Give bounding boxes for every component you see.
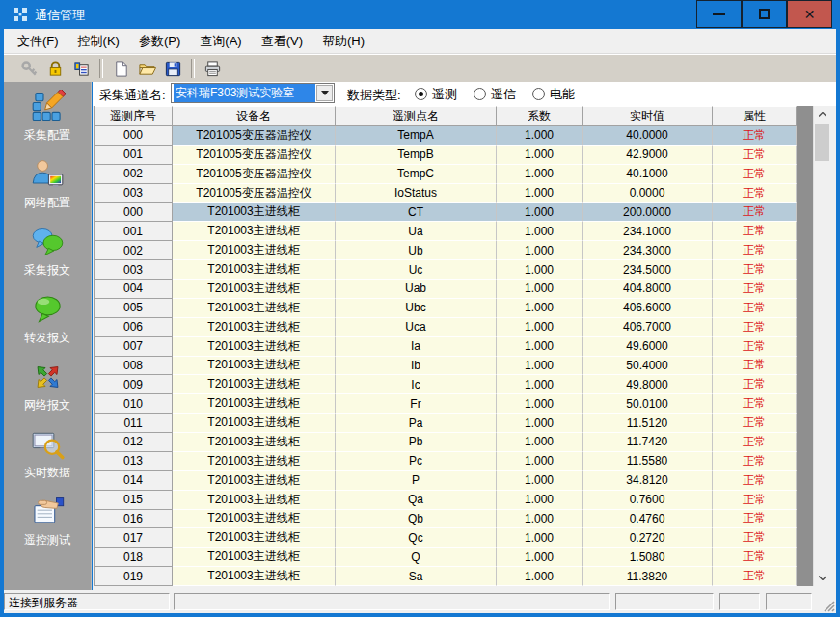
- sidebar-item-forward-message[interactable]: 转发报文: [4, 291, 91, 359]
- channel-combobox[interactable]: 安科瑞F303测试实验室: [171, 83, 335, 103]
- scroll-down-button[interactable]: [814, 570, 830, 586]
- cell-point: IoStatus: [336, 184, 497, 203]
- cell-device: T201003主进线柜: [173, 510, 336, 529]
- cell-value: 49.6000: [583, 337, 713, 357]
- close-button[interactable]: ✕: [787, 0, 832, 28]
- status-panel-2: [174, 593, 610, 610]
- scrollbar-thumb[interactable]: [815, 124, 829, 161]
- save-icon: [164, 60, 182, 78]
- key-button[interactable]: [16, 57, 42, 81]
- sidebar-item-label: 转发报文: [24, 330, 70, 346]
- sidebar-item-network-message[interactable]: 网络报文: [4, 359, 91, 426]
- table-row[interactable]: 011T201003主进线柜Pa1.00011.5120正常: [95, 414, 797, 433]
- sidebar-item-realtime-data[interactable]: 实时数据: [4, 426, 91, 494]
- column-header-3: 系数: [497, 106, 583, 126]
- print-button[interactable]: [200, 57, 226, 81]
- new-file-button[interactable]: [108, 57, 134, 81]
- cell-point: Fr: [336, 394, 497, 414]
- table-row[interactable]: 004T201003主进线柜Uab1.000404.8000正常: [95, 280, 797, 299]
- cell-device: T201003主进线柜: [173, 414, 336, 433]
- title-bar[interactable]: 通信管理 ✕: [0, 0, 840, 29]
- table-row[interactable]: 007T201003主进线柜Ia1.00049.6000正常: [95, 337, 797, 357]
- cell-point: Sa: [336, 567, 497, 586]
- table-row[interactable]: 005T201003主进线柜Ubc1.000406.6000正常: [95, 299, 797, 318]
- vertical-scrollbar[interactable]: [813, 106, 830, 586]
- cell-device: T201003主进线柜: [173, 241, 336, 260]
- sidebar-item-collect-message[interactable]: 采集报文: [4, 224, 91, 291]
- sidebar-item-remote-test[interactable]: 遥控测试: [4, 494, 91, 561]
- cell-attr: 正常: [713, 414, 797, 433]
- tag-icon: [72, 60, 91, 78]
- menu-item-params[interactable]: 参数(P): [129, 30, 190, 53]
- table-row[interactable]: 003T201005变压器温控仪IoStatus1.0000.0000正常: [95, 184, 797, 203]
- app-window: 通信管理 ✕ 文件(F)控制(K)参数(P)查询(A)查看(V)帮助(H) 采集…: [0, 0, 840, 617]
- cell-point: Pc: [336, 452, 497, 471]
- cell-device: T201003主进线柜: [173, 318, 336, 337]
- menu-item-help[interactable]: 帮助(H): [312, 30, 374, 53]
- menu-item-query[interactable]: 查询(A): [190, 30, 251, 53]
- table-row[interactable]: 002T201003主进线柜Ub1.000234.3000正常: [95, 241, 797, 260]
- save-button[interactable]: [160, 57, 186, 81]
- table-row[interactable]: 018T201003主进线柜Q1.0001.5080正常: [95, 548, 797, 567]
- table-row[interactable]: 006T201003主进线柜Uca1.000406.7000正常: [95, 318, 797, 337]
- chevron-down-icon: [819, 576, 826, 580]
- resize-grip[interactable]: [822, 599, 835, 612]
- cell-value: 49.8000: [583, 375, 713, 394]
- cell-coef: 1.000: [497, 222, 583, 241]
- table-row[interactable]: 000T201005变压器温控仪TempA1.00040.0000正常: [95, 126, 797, 146]
- menu-item-view[interactable]: 查看(V): [252, 30, 312, 53]
- cell-device: T201003主进线柜: [173, 394, 336, 414]
- radio-signal[interactable]: 遥信: [474, 86, 516, 103]
- cell-seq: 001: [95, 146, 173, 165]
- menu-item-file[interactable]: 文件(F): [8, 30, 68, 53]
- table-row[interactable]: 000T201003主进线柜CT1.000200.0000正常: [95, 203, 797, 223]
- sidebar-item-network-config[interactable]: 网络配置: [4, 156, 91, 224]
- column-header-2: 遥测点名: [336, 106, 497, 126]
- radio-telemetry[interactable]: 遥测: [415, 86, 457, 103]
- cell-attr: 正常: [713, 337, 797, 357]
- cell-coef: 1.000: [497, 337, 583, 357]
- sidebar-item-collect-config[interactable]: 采集配置: [4, 89, 91, 156]
- table-row[interactable]: 016T201003主进线柜Qb1.0000.4760正常: [95, 510, 797, 529]
- scroll-up-button[interactable]: [814, 106, 830, 122]
- sidebar-item-label: 实时数据: [24, 465, 70, 481]
- menu-item-control[interactable]: 控制(K): [68, 30, 129, 53]
- table-row[interactable]: 010T201003主进线柜Fr1.00050.0100正常: [95, 394, 797, 414]
- table-row[interactable]: 012T201003主进线柜Pb1.00011.7420正常: [95, 433, 797, 452]
- cell-value: 200.0000: [583, 203, 713, 223]
- collect-message-icon: [28, 224, 67, 260]
- table-header-row: 遥测序号设备名遥测点名系数实时值属性: [95, 106, 797, 126]
- cell-seq: 016: [95, 510, 173, 529]
- cell-seq: 006: [95, 318, 173, 337]
- table-row[interactable]: 002T201005变压器温控仪TempC1.00040.1000正常: [95, 165, 797, 184]
- open-folder-button[interactable]: [134, 57, 160, 81]
- combo-dropdown-button[interactable]: [316, 85, 333, 101]
- tag-button[interactable]: [68, 57, 95, 81]
- maximize-button[interactable]: [742, 0, 787, 28]
- cell-attr: 正常: [713, 241, 797, 260]
- table-row[interactable]: 015T201003主进线柜Qa1.0000.7600正常: [95, 491, 797, 510]
- radio-energy[interactable]: 电能: [532, 86, 575, 103]
- lock-button[interactable]: [42, 57, 68, 81]
- collect-config-icon: [28, 89, 67, 125]
- cell-point: TempA: [336, 126, 497, 146]
- table-row[interactable]: 003T201003主进线柜Uc1.000234.5000正常: [95, 260, 797, 280]
- print-icon: [203, 60, 222, 78]
- cell-point: P: [336, 471, 497, 491]
- table-row[interactable]: 001T201003主进线柜Ua1.000234.1000正常: [95, 222, 797, 241]
- cell-device: T201003主进线柜: [173, 260, 336, 280]
- minimize-button[interactable]: [696, 0, 742, 28]
- table-row[interactable]: 008T201003主进线柜Ib1.00050.4000正常: [95, 357, 797, 376]
- cell-point: Qa: [336, 491, 497, 510]
- cell-value: 406.6000: [583, 299, 713, 318]
- cell-coef: 1.000: [497, 280, 583, 299]
- cell-attr: 正常: [713, 299, 797, 318]
- table-row[interactable]: 014T201003主进线柜P1.00034.8120正常: [95, 471, 797, 491]
- cell-seq: 011: [95, 414, 173, 433]
- table-row[interactable]: 001T201005变压器温控仪TempB1.00042.9000正常: [95, 146, 797, 165]
- table-row[interactable]: 009T201003主进线柜Ic1.00049.8000正常: [95, 375, 797, 394]
- radio-label: 遥测: [432, 86, 457, 103]
- table-row[interactable]: 017T201003主进线柜Qc1.0000.2720正常: [95, 528, 797, 548]
- table-row[interactable]: 013T201003主进线柜Pc1.00011.5580正常: [95, 452, 797, 471]
- table-row[interactable]: 019T201003主进线柜Sa1.00011.3820正常: [95, 567, 797, 586]
